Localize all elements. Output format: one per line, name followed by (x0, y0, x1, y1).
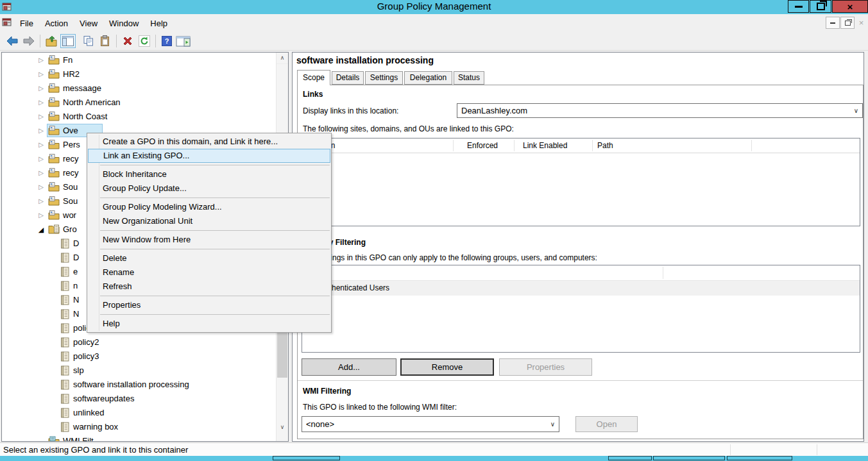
expand-icon[interactable]: ▷ (37, 138, 46, 152)
security-list-row[interactable]: Authenticated Users (303, 281, 860, 296)
column-divider[interactable] (663, 267, 663, 279)
tree-item[interactable]: ▷HR2 (2, 67, 275, 81)
menu-view[interactable]: View (74, 14, 103, 32)
column-header-link-enabled[interactable]: Link Enabled (523, 138, 567, 153)
expand-icon[interactable]: ▷ (37, 208, 46, 222)
show-console-tree-icon[interactable] (60, 33, 76, 49)
column-divider[interactable] (592, 140, 593, 151)
expand-icon[interactable]: ▷ (37, 67, 46, 81)
wmi-filter-dropdown[interactable]: <none> ∨ (302, 416, 559, 432)
tree-item[interactable]: policy2 (2, 335, 275, 349)
close-button[interactable]: × (832, 0, 868, 13)
tree-item[interactable]: ▷messaage (2, 81, 275, 96)
menu-item[interactable]: Group Policy Update... (87, 181, 331, 196)
tree-item[interactable]: warning box (2, 420, 275, 434)
scroll-down-icon[interactable]: ∨ (277, 422, 288, 433)
scroll-up-icon[interactable]: ∧ (277, 53, 288, 64)
menu-item[interactable]: Delete (87, 251, 331, 265)
expand-icon[interactable]: ▷ (37, 180, 46, 194)
menu-file[interactable]: File (14, 14, 39, 32)
menu-window[interactable]: Window (103, 14, 144, 32)
minimize-button[interactable] (788, 0, 809, 13)
location-value: DeanLashley.com (461, 106, 527, 115)
tree-item[interactable]: slp (2, 364, 275, 378)
expand-icon[interactable]: ▷ (37, 166, 46, 180)
menu-item[interactable]: Group Policy Modeling Wizard... (87, 200, 331, 214)
details-pane: software installation processing Scope D… (292, 52, 864, 442)
tree-item-label: N (73, 293, 79, 307)
refresh-icon[interactable] (136, 33, 153, 49)
child-restore-button[interactable] (840, 17, 855, 29)
menu-item[interactable]: Create a GPO in this domain, and Link it… (87, 135, 331, 149)
expand-icon[interactable]: ▷ (37, 96, 46, 110)
tree-item-label: n (73, 279, 78, 293)
column-divider[interactable] (751, 140, 752, 151)
menu-item[interactable]: Rename (87, 265, 331, 280)
menu-item[interactable]: Block Inheritance (87, 167, 331, 181)
remove-button[interactable]: Remove (400, 358, 494, 376)
gpo-icon (61, 281, 72, 291)
show-action-pane-icon[interactable] (175, 33, 192, 49)
help-icon[interactable]: ? (158, 33, 175, 49)
tree-item[interactable]: softwareupdates (2, 392, 275, 406)
menu-item[interactable]: New Window from Here (87, 233, 331, 247)
expand-icon[interactable]: ▷ (37, 194, 46, 208)
menu-item[interactable]: Properties (87, 298, 331, 312)
expand-icon[interactable]: ▷ (37, 110, 46, 124)
tab-scope[interactable]: Scope (297, 70, 330, 85)
gpo-icon (61, 239, 72, 249)
copy-icon[interactable] (80, 33, 97, 49)
menu-item[interactable]: Refresh (87, 280, 331, 294)
tab-settings[interactable]: Settings (365, 71, 403, 85)
paste-icon[interactable] (97, 33, 114, 49)
gpocontainer-icon (48, 224, 60, 235)
tree-item-label: D (73, 237, 79, 251)
location-dropdown[interactable]: DeanLashley.com ∨ (457, 103, 863, 118)
child-close-button[interactable]: × (856, 17, 867, 29)
tab-details[interactable]: Details (332, 71, 364, 85)
tree-item-label: messaage (63, 81, 101, 96)
menu-help[interactable]: Help (144, 14, 173, 32)
menu-item[interactable]: New Organizational Unit (87, 214, 331, 228)
svg-text:?: ? (165, 37, 169, 45)
taskbar-segment (727, 456, 792, 460)
tree-item[interactable]: policy3 (2, 349, 275, 364)
tree-item-label: HR2 (63, 67, 80, 81)
column-divider[interactable] (514, 140, 515, 151)
tree-item[interactable]: software installation processing (2, 378, 275, 392)
restore-button[interactable] (810, 0, 831, 13)
column-header-path[interactable]: Path (597, 138, 613, 153)
tree-item[interactable]: unlinked (2, 406, 275, 420)
tree-item-label: Pers (63, 138, 80, 152)
tree-item[interactable]: WMI Filt (2, 434, 275, 442)
menu-action[interactable]: Action (39, 14, 74, 32)
tab-delegation[interactable]: Delegation (404, 71, 452, 85)
up-one-level-icon[interactable] (43, 33, 60, 49)
column-divider[interactable] (453, 140, 454, 151)
expand-icon[interactable]: ▷ (37, 53, 46, 67)
menu-item-label: Help (103, 319, 120, 328)
collapse-icon[interactable]: ◢ (37, 222, 46, 237)
delete-icon[interactable] (119, 33, 136, 49)
tree-item[interactable]: ▷North American (2, 96, 275, 110)
window-bottom-frame (0, 456, 868, 461)
expand-icon[interactable]: ▷ (37, 81, 46, 96)
chevron-down-icon: ∨ (854, 104, 858, 117)
menu-item[interactable]: Link an Existing GPO... (88, 149, 330, 163)
status-separator (730, 444, 731, 455)
taskbar-segment (608, 456, 652, 460)
forward-icon[interactable] (21, 33, 37, 49)
toolbar: ? (0, 32, 868, 51)
menu-item[interactable]: Help (87, 317, 331, 331)
expand-icon[interactable]: ▷ (37, 152, 46, 166)
add-button[interactable]: Add... (302, 358, 396, 376)
menu-item-label: Delete (103, 253, 127, 263)
back-icon[interactable] (4, 33, 21, 49)
close-icon: × (847, 2, 853, 12)
tab-status[interactable]: Status (454, 71, 484, 85)
column-header-enforced[interactable]: Enforced (467, 138, 498, 153)
expand-icon[interactable]: ▷ (37, 124, 46, 138)
child-minimize-button[interactable] (826, 17, 840, 29)
tree-item[interactable]: ▷North Coast (2, 110, 275, 124)
tree-item[interactable]: ▷Fn (2, 53, 275, 67)
